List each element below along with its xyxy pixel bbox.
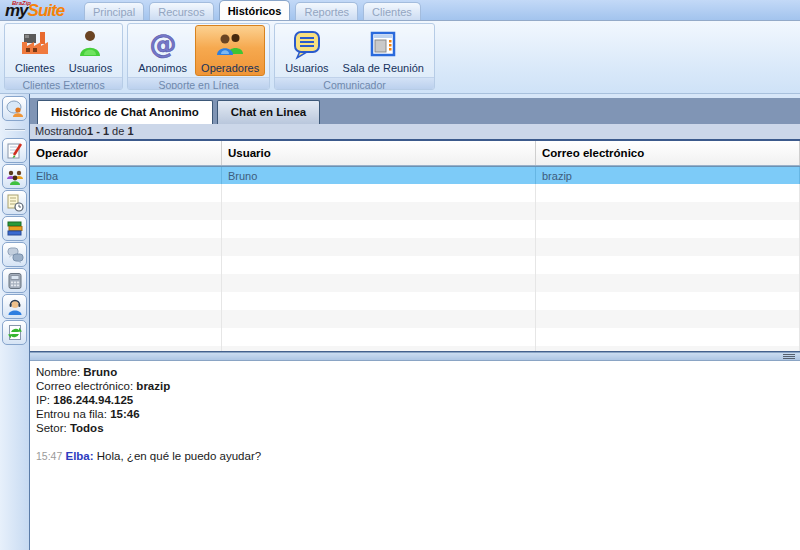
sidebar-notes-button[interactable] <box>2 138 27 163</box>
empty-cell <box>536 274 800 292</box>
sidebar-library-button[interactable] <box>2 216 27 241</box>
results-status-bar: Mostrando1 - 1 de 1 <box>30 124 800 141</box>
phonebook-icon <box>5 271 25 291</box>
column-header-usuario[interactable]: Usuario <box>222 141 536 165</box>
empty-cell <box>222 220 536 238</box>
empty-cell <box>222 292 536 310</box>
subtab-bar: Histórico de Chat Anonimo Chat en Linea <box>30 98 800 124</box>
empty-cell <box>222 328 536 346</box>
empty-cell <box>536 202 800 220</box>
tab-recursos[interactable]: Recursos <box>149 2 213 20</box>
app-logo: BraZipmySuite <box>5 0 64 21</box>
tab-historicos[interactable]: Históricos <box>219 0 291 20</box>
table-empty-row[interactable] <box>30 238 800 256</box>
detail-field-setor: Setor: Todos <box>36 421 800 435</box>
sidebar-chat-anonimo-button[interactable] <box>2 96 27 121</box>
top-tab-bar: BraZipmySuite Principal Recursos Históri… <box>0 0 800 21</box>
group-label-comunicador: Comunicador <box>275 77 434 90</box>
chat-time: 15:47 <box>36 450 62 462</box>
detail-field-entrou-na-fila: Entrou na fila: 15:46 <box>36 407 800 421</box>
empty-cell <box>536 220 800 238</box>
table-empty-row[interactable] <box>30 274 800 292</box>
cell-usuario: Bruno <box>222 167 536 184</box>
detail-field-nombre: Nombre: Bruno <box>36 365 800 379</box>
ribbon-group-soporte-en-linea: @ Anonimos Operadores Soporte en Línea <box>127 23 270 90</box>
main-panel: Histórico de Chat Anonimo Chat en Linea … <box>30 94 800 550</box>
empty-cell <box>222 274 536 292</box>
empty-cell <box>222 256 536 274</box>
sidebar-operator-button[interactable] <box>2 294 27 319</box>
table-empty-row[interactable] <box>30 256 800 274</box>
splitter-grip-icon <box>783 354 795 359</box>
operadores-button-label: Operadores <box>201 62 259 74</box>
empty-cell <box>536 256 800 274</box>
empty-cell <box>30 256 222 274</box>
empty-cell <box>30 202 222 220</box>
brand-text: BraZip <box>12 0 31 6</box>
table-header: Operador Usuario Correo electrónico <box>30 141 800 166</box>
table-empty-row[interactable] <box>30 328 800 346</box>
operadores-button[interactable]: Operadores <box>195 25 265 76</box>
tab-clientes[interactable]: Clientes <box>363 2 421 20</box>
table-body: Elba Bruno brazip <box>30 166 800 352</box>
chat-message: Hola, ¿en qué le puedo ayudar? <box>97 450 261 462</box>
mysuite-app: BraZipmySuite Principal Recursos Históri… <box>0 0 800 550</box>
group-label-clientes-externos: Clientes Externos <box>5 77 122 90</box>
column-header-operador[interactable]: Operador <box>30 141 222 165</box>
notepad-pencil-icon <box>5 141 25 161</box>
empty-cell <box>30 220 222 238</box>
empty-cell <box>30 238 222 256</box>
table-row-selected[interactable]: Elba Bruno brazip <box>30 166 800 184</box>
ribbon-group-clientes-externos: Clientes Usuarios Clientes Externos <box>4 23 123 90</box>
table-empty-rows <box>30 184 800 352</box>
people-group-icon <box>5 167 25 187</box>
usuarios-externos-button[interactable]: Usuarios <box>63 25 118 76</box>
left-sidebar <box>0 94 30 550</box>
sala-de-reunion-button[interactable]: Sala de Reunión <box>337 25 430 76</box>
table-empty-row[interactable] <box>30 292 800 310</box>
chat-sender: Elba: <box>65 450 93 462</box>
status-of-label: de <box>112 125 124 137</box>
empty-cell <box>536 292 800 310</box>
empty-cell <box>536 310 800 328</box>
table-empty-row[interactable] <box>30 184 800 202</box>
cell-operador: Elba <box>30 167 222 184</box>
empty-cell <box>30 310 222 328</box>
sidebar-contacts-button[interactable] <box>2 164 27 189</box>
sidebar-phonebook-button[interactable] <box>2 268 27 293</box>
panel-splitter[interactable] <box>30 352 800 361</box>
ribbon: Clientes Usuarios Clientes Externos @ <box>0 21 800 94</box>
tab-principal[interactable]: Principal <box>84 2 144 20</box>
table-empty-row[interactable] <box>30 202 800 220</box>
person-icon <box>74 28 106 60</box>
anonimos-button-label: Anonimos <box>138 62 187 74</box>
operators-icon <box>214 28 246 60</box>
chat-message-line: 15:47 Elba: Hola, ¿en qué le puedo ayuda… <box>36 449 800 463</box>
usuarios-comunicador-label: Usuarios <box>285 62 328 74</box>
usuarios-button-label: Usuarios <box>69 62 112 74</box>
subtab-historico-chat-anonimo[interactable]: Histórico de Chat Anonimo <box>37 100 213 124</box>
usuarios-comunicador-button[interactable]: Usuarios <box>279 25 334 76</box>
chat-person-icon <box>5 99 25 119</box>
sidebar-transfer-button[interactable] <box>2 320 27 345</box>
column-header-correo-electronico[interactable]: Correo electrónico <box>536 141 800 165</box>
detail-panel: Nombre: Bruno Correo electrónico: brazip… <box>30 361 800 550</box>
sidebar-schedule-button[interactable] <box>2 190 27 215</box>
table-empty-row[interactable] <box>30 310 800 328</box>
status-range: 1 - 1 <box>87 125 109 137</box>
detail-field-correo: Correo electrónico: brazip <box>36 379 800 393</box>
main-tabs: Principal Recursos Históricos Reportes C… <box>84 0 421 20</box>
subtab-chat-en-linea[interactable]: Chat en Linea <box>217 100 320 124</box>
detail-field-ip: IP: 186.244.94.125 <box>36 393 800 407</box>
empty-cell <box>222 238 536 256</box>
clientes-button[interactable]: Clientes <box>9 25 61 76</box>
empty-cell <box>30 274 222 292</box>
tab-reportes[interactable]: Reportes <box>295 2 358 20</box>
sidebar-conversations-button[interactable] <box>2 242 27 267</box>
headset-person-icon <box>5 297 25 317</box>
anonimos-button[interactable]: @ Anonimos <box>132 25 193 76</box>
empty-cell <box>30 292 222 310</box>
clientes-button-label: Clientes <box>15 62 55 74</box>
group-label-soporte-en-linea: Soporte en Línea <box>128 77 269 90</box>
table-empty-row[interactable] <box>30 220 800 238</box>
